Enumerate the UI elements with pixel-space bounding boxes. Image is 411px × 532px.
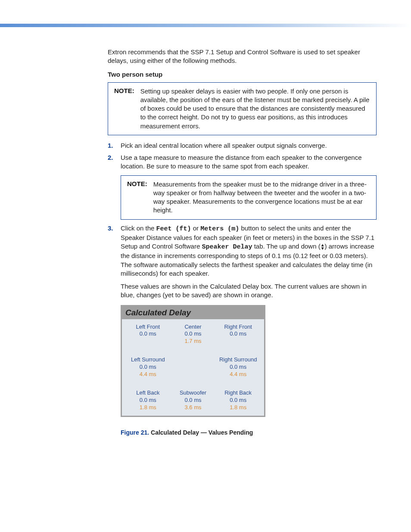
- section-subhead: Two person setup: [108, 71, 377, 78]
- note-label: NOTE:: [127, 180, 147, 215]
- cell-name: Center: [171, 324, 216, 331]
- page-footer: SSP 7.1 • Setup and Control Software 33: [0, 453, 411, 532]
- note-box-2: NOTE: Measurements from the speaker must…: [121, 175, 377, 220]
- cell-right-surround: Right Surround 0.0 ms 4.4 ms: [215, 356, 261, 378]
- step-2: Use a tape measure to measure the distan…: [108, 153, 377, 171]
- header-accent-bar: [0, 24, 411, 27]
- cell-current: 0.0 ms: [171, 330, 216, 338]
- panel-grid: Left Front 0.0 ms Center 0.0 ms 1.7 ms R…: [122, 319, 264, 416]
- step-1-text: Pick an ideal central location where all…: [121, 142, 327, 149]
- page-content: Extron recommends that the SSP 7.1 Setup…: [0, 27, 411, 453]
- cell-pending: 4.4 ms: [125, 371, 171, 378]
- cell-pending: 1.8 ms: [215, 404, 261, 411]
- cell-left-surround: Left Surround 0.0 ms 4.4 ms: [125, 356, 171, 378]
- figure-text: Calculated Delay — Values Pending: [149, 429, 253, 436]
- steps-list-cont: Click on the Feet (ft) or Meters (m) but…: [108, 224, 377, 278]
- cell-current: 0.0 ms: [125, 364, 171, 371]
- step-3: Click on the Feet (ft) or Meters (m) but…: [108, 224, 377, 278]
- note-text: Measurements from the speaker must be to…: [153, 180, 370, 215]
- feet-button-label: Feet (ft): [156, 225, 191, 233]
- speaker-delay-tab-label: Speaker Delay: [202, 243, 252, 251]
- up-down-arrows-icon: ▲▼: [321, 243, 325, 250]
- cell-empty: [171, 356, 216, 378]
- cell-name: Right Back: [215, 389, 261, 397]
- cell-name: Left Back: [125, 389, 171, 397]
- step-3-extra: These values are shown in the Calculated…: [108, 282, 377, 300]
- cell-pending: 1.7 ms: [171, 338, 216, 345]
- step-1: Pick an ideal central location where all…: [108, 141, 377, 150]
- cell-current: 0.0 ms: [125, 397, 171, 404]
- figure-label: Figure 21.: [121, 429, 149, 436]
- cell-name: Left Surround: [125, 356, 171, 364]
- cell-name: Left Front: [125, 324, 171, 331]
- cell-left-back: Left Back 0.0 ms 1.8 ms: [125, 389, 171, 411]
- step-2-text: Use a tape measure to measure the distan…: [121, 154, 361, 170]
- cell-current: 0.0 ms: [125, 330, 171, 338]
- cell-subwoofer: Subwoofer 0.0 ms 3.6 ms: [171, 389, 216, 411]
- cell-current: 0.0 ms: [215, 397, 261, 404]
- note-box-1: NOTE: Setting up speaker delays is easie…: [108, 82, 377, 135]
- intro-paragraph: Extron recommends that the SSP 7.1 Setup…: [108, 48, 377, 65]
- cell-left-front: Left Front 0.0 ms: [125, 324, 171, 345]
- calculated-delay-panel: Calculated Delay Left Front 0.0 ms Cente…: [121, 305, 265, 417]
- cell-pending: 3.6 ms: [171, 404, 216, 411]
- cell-name: Right Surround: [215, 356, 261, 364]
- cell-current: 0.0 ms: [171, 397, 216, 404]
- step-3-part: Click on the: [121, 224, 156, 232]
- cell-right-front: Right Front 0.0 ms: [215, 324, 261, 345]
- cell-center: Center 0.0 ms 1.7 ms: [171, 324, 216, 345]
- cell-current: 0.0 ms: [215, 364, 261, 371]
- cell-pending: 1.8 ms: [125, 404, 171, 411]
- step-3-part: or: [191, 224, 201, 232]
- step-3-part: tab. The up and down (: [252, 243, 320, 250]
- figure-caption: Figure 21. Calculated Delay — Values Pen…: [108, 429, 377, 436]
- cell-pending: 4.4 ms: [215, 371, 261, 378]
- cell-current: 0.0 ms: [215, 330, 261, 338]
- steps-list: Pick an ideal central location where all…: [108, 141, 377, 171]
- note-label: NOTE:: [114, 87, 134, 131]
- note-text: Setting up speaker delays is easier with…: [140, 87, 370, 131]
- panel-title: Calculated Delay: [122, 306, 264, 319]
- cell-name: Subwoofer: [171, 389, 216, 397]
- cell-name: Right Front: [215, 324, 261, 331]
- meters-button-label: Meters (m): [200, 225, 239, 233]
- cell-right-back: Right Back 0.0 ms 1.8 ms: [215, 389, 261, 411]
